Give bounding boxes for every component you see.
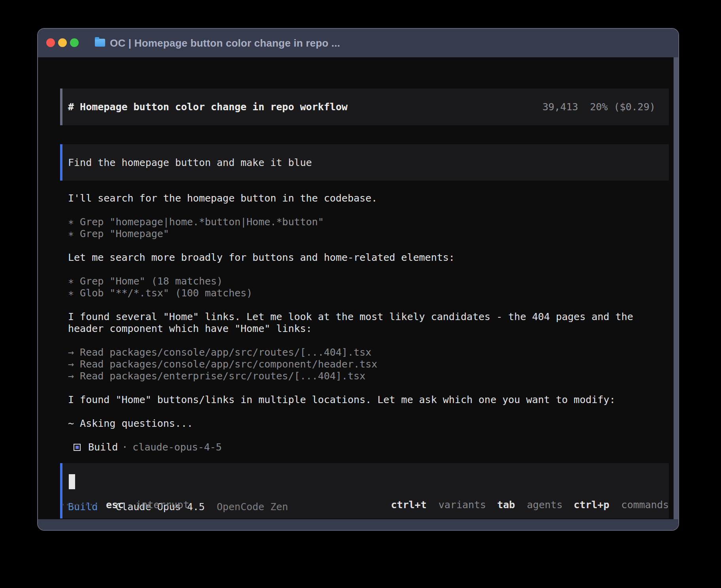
shortcut-key: ctrl+t bbox=[391, 499, 427, 511]
shortcut-commands: ctrl+p commands bbox=[574, 499, 669, 511]
user-message: Find the homepage button and make it blu… bbox=[60, 144, 669, 181]
shortcut-key: ctrl+p bbox=[574, 499, 609, 511]
shortcut-agents: tab agents bbox=[497, 499, 563, 511]
zoom-button[interactable] bbox=[70, 38, 79, 47]
session-title: # Homepage button color change in repo w… bbox=[68, 101, 347, 113]
progress-dots bbox=[62, 504, 97, 505]
window-title: OC | Homepage button color change in rep… bbox=[110, 29, 340, 57]
terminal-content: # Homepage button color change in repo w… bbox=[38, 57, 678, 519]
scrollbar[interactable] bbox=[674, 57, 678, 519]
agent-name: Build bbox=[88, 441, 118, 453]
assistant-text: I'll search for the homepage button in t… bbox=[68, 192, 670, 204]
folder-icon bbox=[95, 39, 105, 47]
shortcut-interrupt: esc interrupt bbox=[106, 499, 189, 511]
agent-model: claude-opus-4-5 bbox=[132, 441, 222, 453]
shortcut-label: variants bbox=[438, 499, 486, 511]
tool-call-glob: ∗ Glob "**/*.tsx" (100 matches) bbox=[68, 287, 670, 299]
tool-call-read: → Read packages/enterprise/src/routes/[.… bbox=[68, 370, 670, 382]
minimize-button[interactable] bbox=[58, 38, 67, 47]
conversation: I'll search for the homepage button in t… bbox=[68, 192, 670, 453]
session-header: # Homepage button color change in repo w… bbox=[60, 89, 669, 125]
tool-call-grep: ∗ Grep "homepage|home.*button|Home.*butt… bbox=[68, 216, 670, 228]
assistant-text: I found several "Home" links. Let me loo… bbox=[68, 311, 670, 335]
app-window: OC | Homepage button color change in rep… bbox=[38, 29, 678, 530]
shortcut-label: agents bbox=[527, 499, 562, 511]
tool-call-read: → Read packages/console/app/src/routes/[… bbox=[68, 347, 670, 358]
agent-separator: · bbox=[122, 441, 128, 453]
tool-call-read: → Read packages/console/app/src/componen… bbox=[68, 358, 670, 370]
shortcut-label: commands bbox=[621, 499, 669, 511]
titlebar[interactable]: OC | Homepage button color change in rep… bbox=[38, 29, 678, 57]
tool-call-grep: ∗ Grep "Homepage" bbox=[68, 228, 670, 240]
assistant-status-text: ~ Asking questions... bbox=[68, 418, 670, 430]
text-cursor bbox=[69, 474, 75, 489]
shortcut-label: interrupt bbox=[136, 499, 189, 511]
token-count: 39,413 bbox=[542, 101, 578, 113]
shortcut-group: ctrl+t variants tab agents ctrl+p comman… bbox=[380, 499, 669, 511]
assistant-text: I found "Home" buttons/links in multiple… bbox=[68, 394, 670, 406]
shortcut-variants: ctrl+t variants bbox=[391, 499, 486, 511]
session-cost: ($0.29) bbox=[614, 101, 655, 113]
status-bar: esc interrupt ctrl+t variants tab agents… bbox=[62, 499, 669, 511]
context-percent: 20% bbox=[590, 101, 608, 113]
assistant-text: Let me search more broadly for buttons a… bbox=[68, 252, 670, 264]
agent-build-icon bbox=[74, 444, 81, 451]
agent-status-row: Build · claude-opus-4-5 bbox=[74, 441, 670, 453]
close-button[interactable] bbox=[46, 38, 55, 47]
user-message-text: Find the homepage button and make it blu… bbox=[68, 157, 312, 168]
shortcut-key: tab bbox=[497, 499, 515, 511]
window-bottom-edge bbox=[38, 519, 678, 530]
tool-call-grep: ∗ Grep "Home" (18 matches) bbox=[68, 275, 670, 287]
shortcut-key: esc bbox=[106, 499, 124, 511]
session-stats: 39,413 20% ($0.29) bbox=[542, 101, 655, 113]
